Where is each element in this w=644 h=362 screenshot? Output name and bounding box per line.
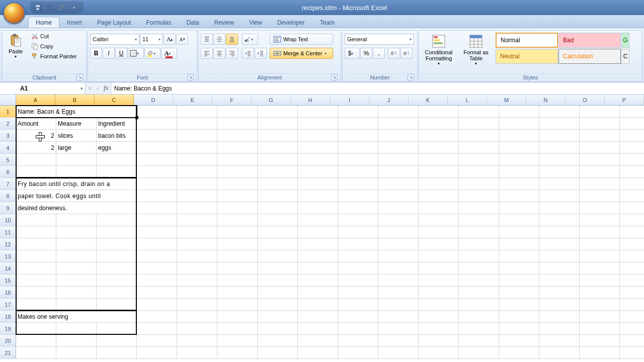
tab-developer[interactable]: Developer [270, 17, 312, 28]
select-all-corner[interactable] [0, 95, 16, 106]
col-header-L[interactable]: L [448, 95, 487, 105]
col-header-M[interactable]: M [487, 95, 526, 105]
worksheet[interactable]: ABCDEFGHIJKLMNOP 12345678910111213141516… [0, 95, 644, 362]
tab-team[interactable]: Team [312, 17, 342, 28]
col-header-N[interactable]: N [526, 95, 566, 105]
row-header-20[interactable]: 20 [0, 335, 16, 347]
row-header-10[interactable]: 10 [0, 214, 16, 226]
font-name-combo[interactable]: Calibri▾ [90, 34, 139, 45]
tab-insert[interactable]: Insert [59, 17, 90, 28]
cell-A4[interactable]: 2 [16, 142, 56, 154]
row-header-15[interactable]: 15 [0, 275, 16, 287]
save-icon[interactable] [33, 3, 42, 12]
row-header-16[interactable]: 16 [0, 287, 16, 299]
cell-B3[interactable]: slices [56, 130, 97, 142]
align-right-button[interactable] [226, 48, 238, 59]
col-header-P[interactable]: P [605, 95, 644, 105]
align-middle-button[interactable] [213, 34, 225, 45]
row-header-18[interactable]: 18 [0, 311, 16, 323]
style-bad[interactable]: Bad [558, 33, 621, 48]
align-left-button[interactable] [201, 48, 213, 59]
increase-indent-button[interactable] [255, 48, 267, 59]
row-header-19[interactable]: 19 [0, 323, 16, 335]
office-button[interactable] [3, 2, 25, 24]
align-top-button[interactable] [201, 34, 213, 45]
increase-decimal-button[interactable]: .0 [388, 48, 400, 59]
alignment-launcher[interactable]: ↘ [331, 74, 338, 80]
row-header-1[interactable]: 1 [0, 106, 16, 118]
grow-font-button[interactable]: A▴ [164, 34, 176, 45]
merge-center-button[interactable]: Merge & Center ▾ [270, 48, 333, 59]
cell-A8[interactable]: paper towel. Cook eggs until [16, 190, 137, 202]
border-button[interactable]: ▾ [128, 48, 144, 59]
cell-C4[interactable]: eggs [97, 142, 137, 154]
qat-more-icon[interactable]: ▾ [69, 3, 78, 12]
tab-page-layout[interactable]: Page Layout [90, 17, 138, 28]
name-box[interactable]: A1 ▾ [0, 82, 86, 94]
cell-A3[interactable]: 2 [16, 130, 56, 142]
clipboard-launcher[interactable]: ↘ [76, 74, 83, 80]
percent-button[interactable]: % [360, 48, 372, 59]
cell-A9[interactable]: desired doneness. [16, 202, 137, 214]
redo-icon[interactable] [57, 3, 66, 12]
col-header-G[interactable]: G [252, 95, 291, 105]
enter-formula-icon[interactable]: ✓ [96, 85, 101, 92]
row-header-3[interactable]: 3 [0, 130, 16, 142]
wrap-text-button[interactable]: Wrap Text [270, 34, 333, 45]
cell-B2[interactable]: Measure [56, 118, 97, 130]
col-header-H[interactable]: H [291, 95, 330, 105]
cell-A2[interactable]: Amount [16, 118, 56, 130]
tab-view[interactable]: View [242, 17, 270, 28]
cell-A7[interactable]: Fry bacon until crisp, drain on a [16, 178, 137, 190]
col-header-K[interactable]: K [409, 95, 448, 105]
row-header-2[interactable]: 2 [0, 118, 16, 130]
row-header-7[interactable]: 7 [0, 178, 16, 190]
row-header-9[interactable]: 9 [0, 202, 16, 214]
row-header-5[interactable]: 5 [0, 154, 16, 166]
italic-button[interactable]: I [103, 48, 115, 59]
tab-review[interactable]: Review [207, 17, 242, 28]
style-good[interactable]: G [621, 33, 629, 48]
cell-grid[interactable]: Name: Bacon & EggsAmountMeasureIngredien… [16, 106, 644, 362]
row-header-12[interactable]: 12 [0, 238, 16, 250]
fill-handle[interactable] [135, 116, 138, 119]
number-format-combo[interactable]: General▾ [345, 34, 414, 45]
tab-home[interactable]: Home [28, 17, 59, 28]
col-header-J[interactable]: J [369, 95, 409, 105]
cell-A18[interactable]: Makes one serving [16, 311, 137, 323]
align-center-button[interactable] [213, 48, 225, 59]
row-header-17[interactable]: 17 [0, 299, 16, 311]
row-header-13[interactable]: 13 [0, 250, 16, 262]
col-header-C[interactable]: C [95, 95, 134, 105]
fill-color-button[interactable]: ▾ [144, 48, 160, 59]
shrink-font-button[interactable]: A▾ [176, 34, 188, 45]
row-header-4[interactable]: 4 [0, 142, 16, 154]
conditional-formatting-button[interactable]: Conditional Formatting▾ [421, 33, 456, 67]
row-header-8[interactable]: 8 [0, 190, 16, 202]
bold-button[interactable]: B [90, 48, 102, 59]
align-bottom-button[interactable] [226, 34, 238, 45]
row-header-11[interactable]: 11 [0, 226, 16, 238]
accounting-button[interactable]: $▾ [345, 48, 360, 59]
col-header-E[interactable]: E [173, 95, 212, 105]
formula-input[interactable]: Name: Bacon & Eggs [111, 82, 644, 94]
cell-C3[interactable]: bacon bits [97, 130, 137, 142]
cell-B4[interactable]: large [56, 142, 97, 154]
copy-button[interactable]: Copy [29, 42, 79, 51]
format-painter-button[interactable]: Format Painter [29, 52, 79, 61]
col-header-A[interactable]: A [16, 95, 55, 105]
paste-button[interactable]: Paste ▾ [5, 32, 27, 60]
tab-formulas[interactable]: Formulas [138, 17, 179, 28]
comma-button[interactable]: , [373, 48, 385, 59]
undo-icon[interactable] [45, 3, 54, 12]
orientation-button[interactable]: ab▾ [242, 34, 258, 45]
col-header-D[interactable]: D [134, 95, 173, 105]
cancel-formula-icon[interactable]: ✕ [88, 85, 93, 92]
style-calculation[interactable]: Calculation [558, 49, 621, 64]
col-header-I[interactable]: I [330, 95, 369, 105]
font-color-button[interactable]: A ▾ [161, 48, 177, 59]
underline-button[interactable]: U [115, 48, 127, 59]
style-neutral[interactable]: Neutral [496, 49, 558, 64]
font-size-combo[interactable]: 11▾ [140, 34, 163, 45]
number-launcher[interactable]: ↘ [408, 74, 414, 80]
